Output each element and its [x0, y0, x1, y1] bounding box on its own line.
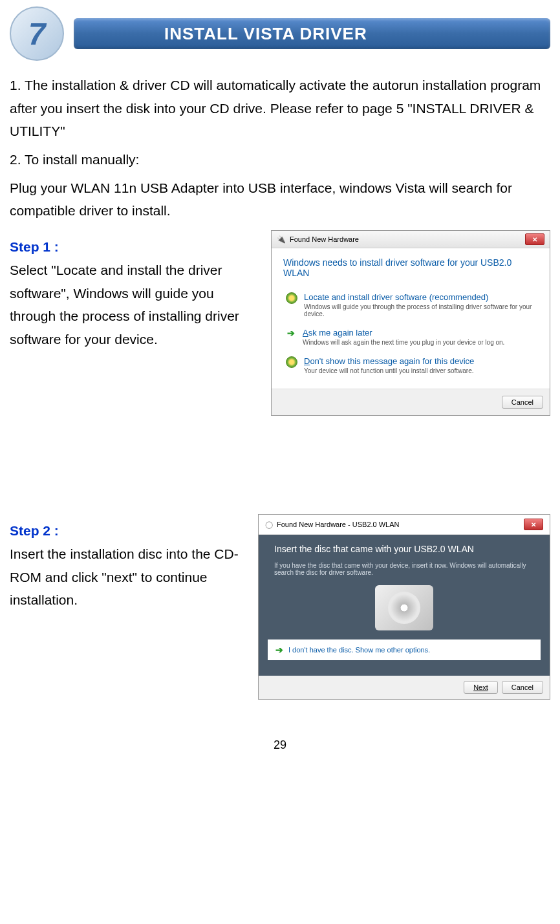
next-button[interactable]: Next	[464, 681, 498, 694]
dialog-title: Found New Hardware	[290, 235, 359, 243]
found-new-hardware-dialog: 🔌 Found New Hardware ✕ Windows needs to …	[271, 230, 550, 416]
dialog2-heading: Insert the disc that came with your USB2…	[274, 544, 534, 554]
dialog-titlebar: 🔌 Found New Hardware ✕	[272, 231, 550, 248]
dialog2-subtext: If you have the disc that came with your…	[274, 562, 534, 576]
no-disc-link[interactable]: ➔ I don't have the disc. Show me other o…	[268, 639, 541, 660]
banner-title: INSTALL VISTA DRIVER	[164, 24, 367, 44]
page-banner: 7 INSTALL VISTA DRIVER	[10, 6, 550, 61]
shield-icon	[286, 356, 297, 368]
arrow-icon: ➔	[286, 328, 296, 338]
banner-title-bar: INSTALL VISTA DRIVER	[74, 18, 550, 49]
cancel-button[interactable]: Cancel	[502, 681, 543, 694]
insert-disc-dialog: ◯ Found New Hardware - USB2.0 WLAN ✕ Ins…	[258, 514, 550, 700]
close-icon[interactable]: ✕	[525, 233, 544, 245]
page-number: 29	[10, 738, 550, 752]
step-2-section: Step 2 : Insert the installation disc in…	[10, 514, 550, 700]
banner-number-circle: 7	[10, 6, 64, 61]
back-icon[interactable]: ◯	[265, 521, 273, 529]
option-locate-install[interactable]: Locate and install driver software (reco…	[283, 287, 538, 323]
step-1-label: Step 1 :	[10, 239, 59, 254]
disc-image	[375, 585, 433, 630]
option-2-desc: Windows will ask again the next time you…	[303, 339, 504, 346]
option-3-title: Don't show this message again for this d…	[304, 356, 474, 366]
intro-plug: Plug your WLAN 11n USB Adapter into USB …	[10, 177, 550, 222]
step-1-text: Select "Locate and install the driver so…	[10, 263, 239, 347]
option-2-title: Ask me again later	[303, 328, 504, 338]
shield-icon	[286, 292, 297, 304]
option-1-title: Locate and install driver software (reco…	[304, 292, 535, 302]
arrow-icon: ➔	[275, 645, 283, 655]
dialog2-title: Found New Hardware - USB2.0 WLAN	[277, 521, 400, 528]
intro-item-1: 1. The installation & driver CD will aut…	[10, 74, 550, 143]
hardware-icon: 🔌	[277, 235, 286, 244]
cancel-button[interactable]: Cancel	[502, 396, 543, 409]
option-ask-later[interactable]: ➔ Ask me again later Windows will ask ag…	[283, 323, 538, 351]
banner-number: 7	[28, 16, 46, 52]
dialog-heading: Windows needs to install driver software…	[283, 257, 538, 278]
option-3-desc: Your device will not function until you …	[304, 367, 474, 374]
step-2-label: Step 2 :	[10, 523, 59, 538]
close-icon[interactable]: ✕	[524, 519, 543, 530]
no-disc-text: I don't have the disc. Show me other opt…	[288, 646, 430, 654]
step-1-section: Step 1 : Select "Locate and install the …	[10, 230, 550, 416]
option-1-desc: Windows will guide you through the proce…	[304, 303, 535, 317]
intro-item-2: 2. To install manually:	[10, 148, 550, 171]
step-2-text: Insert the installation disc into the CD…	[10, 546, 239, 607]
option-dont-show[interactable]: Don't show this message again for this d…	[283, 351, 538, 380]
dialog2-titlebar: ◯ Found New Hardware - USB2.0 WLAN ✕	[259, 515, 550, 535]
